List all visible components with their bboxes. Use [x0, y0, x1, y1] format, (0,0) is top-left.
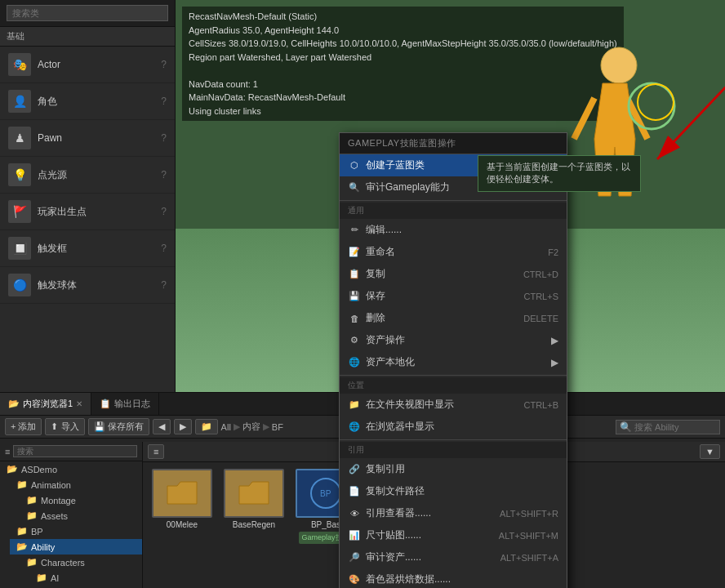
nav-back-button[interactable]: ◀: [153, 419, 171, 434]
size-map-item[interactable]: 📊 尺寸贴图...... ALT+SHIFT+M: [340, 524, 567, 546]
bp-icon: 📁: [16, 526, 28, 537]
breadcrumb-bf[interactable]: BF: [272, 422, 283, 432]
sort-dropdown[interactable]: ▼: [700, 444, 720, 459]
tree-assets[interactable]: 📁 Assets: [20, 508, 142, 523]
character-item[interactable]: 👤 角色 ?: [0, 83, 175, 120]
edit-item[interactable]: ✏ 编辑......: [340, 219, 567, 241]
asset-locale-item[interactable]: 🌐 资产本地化 ▶: [340, 351, 567, 373]
shader-bake-item[interactable]: 🎨 着色器烘焙数据......: [340, 568, 567, 588]
rename-label: 重命名: [366, 245, 543, 259]
shader-bake-icon: 🎨: [348, 573, 361, 586]
show-in-browser-item[interactable]: 🌐 在浏览器中显示: [340, 416, 567, 438]
save-icon: 💾: [348, 290, 361, 303]
search-bar-bottom[interactable]: 🔍: [616, 420, 720, 434]
ctx-location-section: 位置: [340, 377, 567, 394]
assets-label: Assets: [41, 511, 68, 521]
00melee-thumb: [152, 469, 212, 518]
folder-icon-button[interactable]: 📁: [195, 419, 218, 434]
tree-root[interactable]: 📂 ASDemo: [0, 461, 142, 477]
rename-icon: 📝: [348, 246, 361, 259]
montage-icon: 📁: [26, 495, 38, 506]
delete-shortcut: DELETE: [523, 314, 558, 323]
nav-forward-button[interactable]: ▶: [174, 419, 192, 434]
tab-output-log[interactable]: 📋 输出日志: [91, 393, 159, 415]
tree-ai[interactable]: 📁 AI: [29, 570, 142, 586]
triggerbox-label: 触发框: [38, 242, 161, 256]
triggersphere-item[interactable]: 🔵 触发球体 ?: [0, 267, 175, 304]
pawn-icon: ♟: [8, 127, 31, 149]
pawn-item[interactable]: ♟ Pawn ?: [0, 120, 175, 157]
copy-ref-icon: 🔗: [348, 463, 361, 476]
character-help[interactable]: ?: [161, 96, 167, 107]
actor-help[interactable]: ?: [161, 59, 167, 70]
size-map-label: 尺寸贴图......: [366, 528, 494, 542]
viewport-info: RecastNavMesh-Default (Static) AgentRadi…: [182, 7, 624, 121]
breadcrumb: All ▶ 内容 ▶ BF: [221, 421, 283, 433]
pointlight-item[interactable]: 💡 点光源 ?: [0, 157, 175, 194]
copy-item[interactable]: 📋 复制 CTRL+D: [340, 263, 567, 285]
asset-locale-label: 资产本地化: [366, 355, 546, 369]
actor-label: Actor: [38, 59, 161, 70]
playerstart-item[interactable]: 🚩 玩家出生点 ?: [0, 194, 175, 230]
assets-icon: 📁: [26, 510, 38, 521]
delete-item[interactable]: 🗑 删除 DELETE: [340, 307, 567, 329]
actor-item[interactable]: 🎭 Actor ?: [0, 47, 175, 83]
tree-bp[interactable]: 📁 BP: [10, 523, 142, 539]
audit-asset-shortcut: ALT+SHIFT+A: [500, 553, 558, 563]
breadcrumb-content[interactable]: 内容: [242, 421, 260, 433]
breadcrumb-all[interactable]: All: [221, 422, 231, 432]
show-in-browser-label: 在浏览器中显示: [366, 420, 558, 434]
add-button[interactable]: + 添加: [5, 418, 42, 435]
svg-point-4: [638, 84, 674, 120]
ctx-reference-section: 引用: [340, 442, 567, 458]
tree-ability[interactable]: 📂 Ability: [10, 539, 142, 555]
copy-ref-item[interactable]: 🔗 复制引用: [340, 458, 567, 480]
triggerbox-help[interactable]: ?: [161, 243, 167, 254]
playerstart-icon: 🚩: [8, 200, 31, 223]
rename-item[interactable]: 📝 重命名 F2: [340, 241, 567, 263]
tab-content-browser[interactable]: 📂 内容浏览器1 ✕: [0, 393, 91, 415]
pawn-help[interactable]: ?: [161, 132, 167, 144]
asset-00melee[interactable]: 00Melee: [149, 469, 215, 544]
asset-locale-arrow: ▶: [551, 357, 558, 368]
triggerbox-item[interactable]: 🔲 触发框 ?: [0, 230, 175, 267]
audit-asset-item[interactable]: 🔎 审计资产...... ALT+SHIFT+A: [340, 546, 567, 568]
triggerbox-icon: 🔲: [8, 237, 31, 260]
asset-baseregen[interactable]: BaseRegen: [221, 469, 287, 544]
import-button[interactable]: ⬆ 导入: [45, 418, 84, 435]
filter-button[interactable]: ≡: [148, 444, 164, 459]
tree-animation[interactable]: 📁 Animation: [10, 477, 142, 492]
pointlight-icon: 💡: [8, 163, 31, 186]
context-menu: GAMEPLAY技能蓝图操作 ⬡ 创建子蓝图类 🔍 审计Gameplay能力 通…: [339, 132, 567, 588]
content-browser-tab-icon: 📂: [8, 399, 20, 409]
rename-shortcut: F2: [548, 247, 558, 257]
section-header: 基础: [0, 27, 175, 47]
triggersphere-help[interactable]: ?: [161, 279, 167, 291]
ctx-general-section: 通用: [340, 203, 567, 219]
tree-montage[interactable]: 📁 Montage: [20, 492, 142, 508]
asset-ops-item[interactable]: ⚙ 资产操作 ▶: [340, 329, 567, 351]
pointlight-help[interactable]: ?: [161, 169, 167, 180]
search-input-bottom[interactable]: [634, 422, 716, 432]
characters-icon: 📁: [26, 557, 38, 568]
size-map-icon: 📊: [348, 529, 361, 542]
save-item[interactable]: 💾 保存 CTRL+S: [340, 285, 567, 307]
search-bar[interactable]: [0, 0, 175, 27]
tree-search[interactable]: [13, 445, 137, 457]
content-browser-tree: ≡ 📂 ASDemo 📁 Animation 📁 Montage 📁 Asset…: [0, 442, 143, 588]
character-icon: 👤: [8, 90, 31, 113]
edit-label: 编辑......: [366, 223, 558, 237]
animation-icon: 📁: [16, 479, 28, 490]
characters-label: Characters: [41, 558, 85, 568]
show-in-folder-item[interactable]: 📁 在文件夹视图中显示 CTRL+B: [340, 394, 567, 416]
content-browser-tab-close[interactable]: ✕: [76, 399, 82, 408]
tree-characters[interactable]: 📁 Characters: [20, 555, 142, 570]
save-all-button[interactable]: 💾 保存所有: [88, 418, 149, 435]
delete-label: 删除: [366, 311, 518, 325]
search-input[interactable]: [7, 5, 168, 21]
ai-label: AI: [51, 573, 59, 583]
ref-viewer-item[interactable]: 👁 引用查看器...... ALT+SHIFT+R: [340, 502, 567, 524]
edit-icon: ✏: [348, 224, 361, 237]
copy-path-item[interactable]: 📄 复制文件路径: [340, 480, 567, 502]
playerstart-help[interactable]: ?: [161, 206, 167, 217]
